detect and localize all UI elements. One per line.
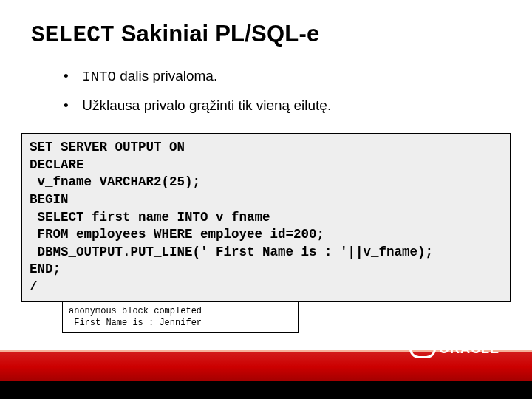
oracle-o-icon (409, 339, 436, 358)
bullet-text: dalis privaloma. (116, 68, 217, 83)
title-code-word: SELECT (31, 22, 115, 48)
bullet-item: INTO dalis privaloma. (64, 66, 331, 87)
bullet-item: Užklausa privalo grąžinti tik vieną eilu… (64, 96, 331, 116)
output-block: anonymous block completed First Name is … (62, 301, 299, 332)
bullet-text: Užklausa privalo grąžinti tik vieną eilu… (82, 98, 331, 113)
oracle-logo: ORACLE (409, 338, 499, 359)
oracle-word: ORACLE (439, 341, 499, 357)
bullet-list: INTO dalis privaloma. Užklausa privalo g… (64, 66, 331, 124)
slide: SELECT Sakiniai PL/SQL-e INTO dalis priv… (0, 0, 532, 399)
footer-bar: ORACLE (0, 350, 532, 381)
bullet-code-word: INTO (82, 69, 116, 85)
title-text: Sakiniai PL/SQL-e (115, 21, 320, 47)
code-block: SET SERVER OUTPUT ON DECLARE v_fname VAR… (21, 133, 511, 302)
footer-shadow (0, 381, 532, 399)
slide-title: SELECT Sakiniai PL/SQL-e (31, 21, 319, 48)
